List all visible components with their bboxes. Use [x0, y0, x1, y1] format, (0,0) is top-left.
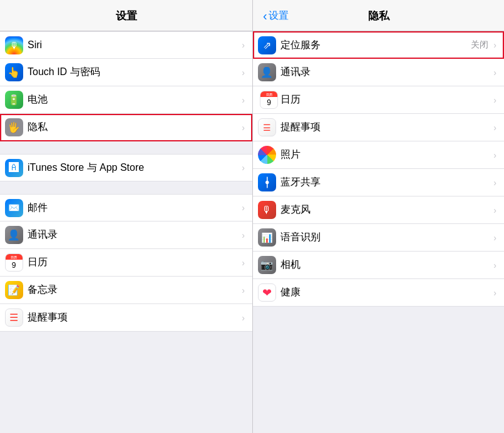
- calendar-chevron: ›: [242, 258, 245, 268]
- settings-item-notes[interactable]: 📝 备忘录 ›: [0, 277, 252, 304]
- priv-camera-icon-container: 📷: [253, 252, 280, 279]
- notes-icon-container: 📝: [0, 277, 28, 304]
- settings-item-battery[interactable]: 🔋 电池 ›: [0, 86, 252, 114]
- notes-label: 备忘录: [28, 283, 239, 297]
- priv-contacts-icon-container: 👤: [253, 59, 280, 86]
- settings-item-mail[interactable]: ✉️ 邮件 ›: [0, 194, 252, 222]
- right-header: ‹ 设置 隐私: [253, 0, 504, 31]
- itunes-chevron: ›: [242, 163, 245, 173]
- priv-reminders-icon: ☰: [258, 118, 276, 136]
- priv-bluetooth-icon: ⍿: [258, 173, 276, 191]
- back-label: 设置: [269, 9, 289, 23]
- siri-icon: 🎙: [5, 36, 23, 54]
- notes-icon: 📝: [5, 281, 23, 299]
- notes-chevron: ›: [242, 285, 245, 295]
- touchid-icon: 👆: [5, 63, 23, 81]
- priv-speech-chevron: ›: [493, 233, 496, 243]
- siri-label: Siri: [28, 39, 239, 51]
- privacy-item-mic[interactable]: 🎙 麦克风 ›: [253, 196, 504, 224]
- privacy-label: 隐私: [28, 121, 239, 134]
- battery-chevron: ›: [242, 95, 245, 105]
- settings-item-itunes[interactable]: 🅰 iTunes Store 与 App Store ›: [0, 154, 252, 181]
- mail-chevron: ›: [242, 203, 245, 213]
- priv-photos-chevron: ›: [493, 150, 496, 160]
- settings-item-siri[interactable]: 🎙 Siri ›: [0, 31, 252, 59]
- left-title: 设置: [116, 10, 137, 22]
- battery-icon: 🔋: [5, 91, 23, 109]
- priv-camera-icon: 📷: [258, 256, 276, 274]
- priv-mic-icon: 🎙: [258, 201, 276, 219]
- priv-health-label: 健康: [280, 286, 491, 299]
- priv-calendar-icon: 日历 9: [260, 91, 278, 109]
- mail-icon-container: ✉️: [0, 194, 28, 222]
- privacy-item-reminders[interactable]: ☰ 提醒事项 ›: [253, 114, 504, 141]
- itunes-label: iTunes Store 与 App Store: [28, 161, 239, 175]
- contacts-icon-container: 👤: [0, 222, 28, 249]
- calendar-label: 日历: [28, 256, 239, 269]
- privacy-item-camera[interactable]: 📷 相机 ›: [253, 252, 504, 279]
- privacy-items-group: ⇗ 定位服务 关闭 › 👤 通讯录 › 日历 9: [253, 31, 504, 307]
- contacts-chevron: ›: [242, 230, 245, 240]
- reminders-chevron: ›: [242, 313, 245, 323]
- privacy-chevron: ›: [242, 123, 245, 133]
- privacy-item-location[interactable]: ⇗ 定位服务 关闭 ›: [253, 31, 504, 59]
- contacts-icon: 👤: [5, 226, 23, 244]
- priv-health-chevron: ›: [493, 288, 496, 298]
- settings-item-privacy[interactable]: 🖐 隐私 ›: [0, 114, 252, 141]
- priv-bluetooth-label: 蓝牙共享: [280, 176, 491, 189]
- priv-contacts-chevron: ›: [493, 68, 496, 78]
- left-header: 设置: [0, 0, 252, 31]
- left-panel: 设置 🎙 Siri › 👆 Touch ID 与密码 ›: [0, 0, 252, 433]
- priv-mic-label: 麦克风: [280, 203, 491, 216]
- privacy-icon: 🖐: [5, 118, 23, 136]
- priv-health-icon-container: ❤: [253, 279, 280, 307]
- privacy-item-bluetooth[interactable]: ⍿ 蓝牙共享 ›: [253, 169, 504, 196]
- reminders-label: 提醒事项: [28, 311, 239, 324]
- location-label: 定位服务: [280, 39, 471, 52]
- reminders-icon-container: ☰: [0, 304, 28, 332]
- settings-item-calendar[interactable]: 日历 9 日历 ›: [0, 249, 252, 277]
- privacy-item-speech[interactable]: 📊 语音识别 ›: [253, 224, 504, 252]
- priv-bluetooth-chevron: ›: [493, 178, 496, 188]
- mail-icon: ✉️: [5, 199, 23, 217]
- itunes-icon-container: 🅰: [0, 154, 28, 181]
- settings-group-3: ✉️ 邮件 › 👤 通讯录 › 日历 9 日历: [0, 194, 252, 332]
- battery-label: 电池: [28, 93, 239, 106]
- settings-item-reminders[interactable]: ☰ 提醒事项 ›: [0, 304, 252, 332]
- settings-group-2: 🅰 iTunes Store 与 App Store ›: [0, 154, 252, 181]
- back-button[interactable]: ‹ 设置: [263, 9, 289, 23]
- location-icon-container: ⇗: [253, 31, 280, 59]
- priv-camera-label: 相机: [280, 258, 491, 272]
- priv-health-icon: ❤: [258, 283, 276, 302]
- priv-photos-icon-container: [253, 141, 280, 169]
- priv-calendar-icon-container: 日历 9: [253, 86, 280, 114]
- settings-group-1: 🎙 Siri › 👆 Touch ID 与密码 › 🔋 电池: [0, 31, 252, 141]
- touchid-chevron: ›: [242, 68, 245, 78]
- back-chevron-icon: ‹: [263, 9, 267, 23]
- settings-item-touchid[interactable]: 👆 Touch ID 与密码 ›: [0, 59, 252, 86]
- priv-reminders-chevron: ›: [493, 123, 496, 133]
- touchid-label: Touch ID 与密码: [28, 66, 239, 79]
- mail-label: 邮件: [28, 201, 239, 215]
- location-chevron: ›: [493, 40, 496, 50]
- contacts-label: 通讯录: [28, 228, 239, 242]
- priv-speech-label: 语音识别: [280, 231, 491, 244]
- privacy-item-photos[interactable]: 照片 ›: [253, 141, 504, 169]
- privacy-item-calendar[interactable]: 日历 9 日历 ›: [253, 86, 504, 114]
- reminders-icon: ☰: [5, 308, 23, 327]
- priv-mic-icon-container: 🎙: [253, 196, 280, 224]
- touchid-icon-container: 👆: [0, 59, 28, 86]
- privacy-item-health[interactable]: ❤ 健康 ›: [253, 279, 504, 307]
- siri-icon-container: 🎙: [0, 31, 28, 59]
- priv-speech-icon-container: 📊: [253, 224, 280, 252]
- priv-contacts-label: 通讯录: [280, 66, 491, 79]
- settings-item-contacts[interactable]: 👤 通讯录 ›: [0, 222, 252, 249]
- calendar-icon-container: 日历 9: [0, 249, 28, 277]
- priv-reminders-label: 提醒事项: [280, 121, 491, 134]
- priv-bluetooth-icon-container: ⍿: [253, 169, 280, 196]
- privacy-item-contacts[interactable]: 👤 通讯录 ›: [253, 59, 504, 86]
- priv-mic-chevron: ›: [493, 205, 496, 215]
- priv-speech-icon: 📊: [258, 228, 276, 247]
- location-status: 关闭: [471, 39, 488, 51]
- priv-camera-chevron: ›: [493, 260, 496, 270]
